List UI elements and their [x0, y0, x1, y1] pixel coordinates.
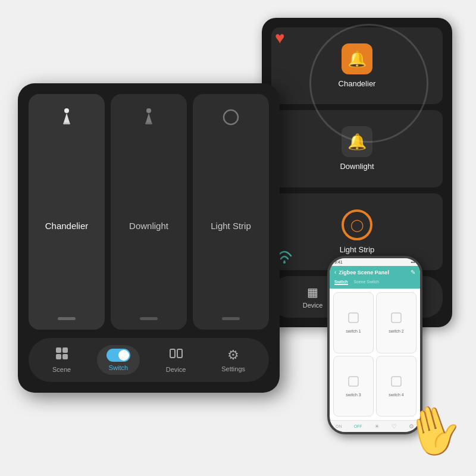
chandelier-card-icon: [55, 106, 78, 134]
chandelier-icon: 🔔: [347, 50, 367, 68]
phone-time: 9:41: [334, 260, 343, 264]
phone-switch-grid: switch 1 switch 2: [330, 289, 420, 420]
phone-btn-heart[interactable]: ♡: [392, 423, 397, 430]
phone-screen: 9:41 ▪▪▪ ‹ Zigbee Scene Panel ✎ Switch S…: [330, 258, 420, 432]
switch-toggle-icon: [107, 349, 130, 362]
phone-tab-switch[interactable]: Switch: [334, 280, 348, 285]
downlight-card-icon: [137, 106, 160, 134]
phone-edit-icon: ✎: [411, 269, 415, 275]
phone-switch-3[interactable]: switch 3: [333, 356, 374, 417]
device-label: Device: [166, 366, 186, 373]
downlight-icon: 🔔: [347, 133, 367, 151]
phone-status-bar: 9:41 ▪▪▪: [330, 258, 420, 266]
settings-icon: ⚙: [227, 347, 239, 363]
downlight-card[interactable]: Downlight: [111, 94, 187, 330]
svg-rect-10: [170, 349, 175, 358]
chandelier-card-name: Chandelier: [45, 221, 89, 231]
lightstrip-card-icon: [220, 106, 242, 134]
front-panel: Chandelier Downlight: [18, 83, 280, 393]
svg-point-3: [146, 108, 151, 113]
device-icon-back: ▦: [307, 285, 318, 299]
svg-rect-8: [56, 354, 61, 359]
lightstrip-card-name: Light Strip: [211, 221, 251, 231]
chandelier-row: 🔔 Chandelier: [271, 27, 443, 104]
device-label-back: Device: [303, 302, 323, 309]
chandelier-button[interactable]: 🔔 Chandelier: [271, 27, 443, 104]
svg-point-1: [64, 108, 69, 113]
switch4-icon: [390, 375, 402, 390]
chandelier-icon-wrap: 🔔: [342, 43, 372, 74]
lightstrip-card[interactable]: Light Strip: [193, 94, 269, 330]
nav-scene[interactable]: Scene: [43, 343, 80, 377]
light-controls: Chandelier Downlight: [29, 94, 269, 330]
lightstrip-icon-wrap: ◯: [342, 209, 372, 240]
downlight-card-bar: [140, 317, 158, 320]
svg-rect-12: [349, 313, 358, 322]
lightstrip-card-bar: [222, 317, 240, 320]
phone-switch-1[interactable]: switch 1: [333, 292, 374, 353]
nav-device[interactable]: Device: [156, 343, 196, 377]
svg-rect-4: [145, 123, 152, 124]
switch3-label: switch 3: [346, 393, 361, 397]
switch3-icon: [347, 375, 359, 390]
phone-btn-on[interactable]: ON: [336, 424, 342, 428]
svg-point-5: [224, 110, 238, 124]
svg-rect-6: [56, 347, 61, 353]
nav-settings[interactable]: ⚙ Settings: [212, 344, 255, 376]
switch1-label: switch 1: [346, 329, 361, 333]
svg-rect-7: [62, 347, 68, 353]
svg-point-0: [283, 261, 286, 264]
svg-rect-15: [392, 377, 401, 386]
downlight-icon-wrap: 🔔: [342, 126, 372, 157]
switch1-icon: [347, 312, 359, 327]
chandelier-label: Chandelier: [339, 79, 376, 88]
lightstrip-icon: ◯: [350, 218, 364, 232]
phone-tab-scene[interactable]: Scene Switch: [354, 280, 379, 285]
svg-rect-9: [62, 354, 68, 359]
lightstrip-label: Light Strip: [340, 245, 375, 254]
downlight-button[interactable]: 🔔 Downlight: [271, 110, 443, 187]
bottom-nav: Scene Switch Device ⚙ Settings: [29, 338, 269, 382]
svg-rect-14: [349, 377, 358, 386]
phone-back-arrow: ‹: [334, 269, 336, 275]
settings-label: Settings: [221, 365, 245, 372]
phone-title: Zigbee Scene Panel: [339, 270, 389, 275]
device-icon: [170, 347, 183, 364]
switch2-label: switch 2: [389, 329, 403, 333]
phone-header-sub: Switch Scene Switch: [330, 278, 420, 289]
phone-switch-2[interactable]: switch 2: [376, 292, 416, 353]
switch2-icon: [390, 312, 402, 327]
downlight-label: Downlight: [340, 162, 374, 171]
phone-mockup: 9:41 ▪▪▪ ‹ Zigbee Scene Panel ✎ Switch S…: [327, 256, 446, 458]
downlight-card-name: Downlight: [129, 221, 168, 231]
chandelier-card-bar: [58, 317, 76, 320]
nav-switch[interactable]: Switch: [97, 345, 140, 375]
svg-rect-13: [392, 313, 401, 322]
phone-battery: ▪▪▪: [411, 260, 415, 264]
scene-container: ♥ 🔔 Chandelier 🔔 Downlight: [6, 6, 470, 470]
phone-btn-off[interactable]: OFF: [354, 424, 362, 428]
switch4-label: switch 4: [389, 393, 403, 397]
downlight-row: 🔔 Downlight: [271, 110, 443, 187]
phone-btn-brightness[interactable]: ☀: [374, 423, 380, 430]
chandelier-card[interactable]: Chandelier: [29, 94, 105, 330]
scene-label: Scene: [52, 366, 71, 373]
switch-label: Switch: [109, 364, 128, 371]
svg-rect-2: [63, 123, 70, 124]
scene-icon: [55, 347, 68, 364]
svg-rect-11: [177, 349, 182, 358]
heart-icon: ♥: [275, 29, 285, 48]
